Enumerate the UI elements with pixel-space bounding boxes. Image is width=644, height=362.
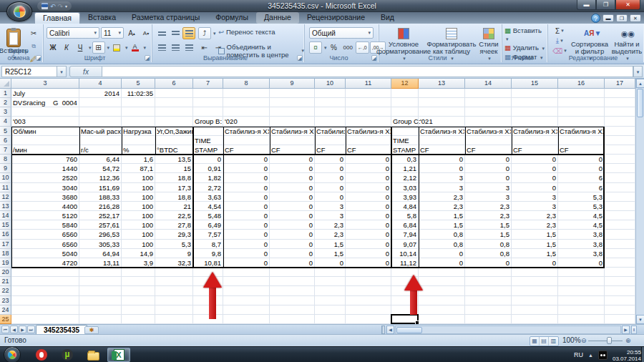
grid-cell[interactable]: 29,3 <box>155 230 193 239</box>
grid-cell[interactable] <box>465 89 512 98</box>
grid-cell[interactable]: 2,3 <box>315 220 346 230</box>
grid-cell[interactable]: '021 <box>419 117 465 126</box>
row-header[interactable]: 22 <box>0 286 11 295</box>
grid-cell[interactable] <box>11 268 79 277</box>
grid-cell[interactable] <box>605 268 635 277</box>
grid-cell[interactable]: Group C: <box>391 117 419 126</box>
grid-cell[interactable] <box>605 202 635 211</box>
grid-cell[interactable] <box>122 136 155 145</box>
grid-cell[interactable] <box>419 136 465 145</box>
row-header[interactable]: 10 <box>0 173 11 182</box>
grid-cell[interactable] <box>605 315 635 324</box>
ribbon-tab-1[interactable]: Вставка <box>80 12 124 24</box>
last-sheet-button[interactable]: ⏭ <box>27 326 35 333</box>
grid-cell[interactable]: 3680 <box>11 192 79 202</box>
grid-cell[interactable] <box>512 277 558 286</box>
grid-cell[interactable]: 2,3 <box>465 202 512 211</box>
grid-cell[interactable]: 2014 <box>79 89 122 98</box>
grid-cell[interactable]: 0 <box>270 230 315 239</box>
tray-app-icon[interactable] <box>598 351 608 360</box>
insert-worksheet-tab[interactable]: ✱ <box>84 326 99 334</box>
grid-cell[interactable]: 0 <box>270 164 315 173</box>
row-header[interactable]: 11 <box>0 183 11 192</box>
page-break-view-button[interactable]: ▥ <box>549 337 558 346</box>
name-box[interactable]: R25C12 <box>1 66 57 77</box>
shrink-font-button[interactable]: A▾ <box>140 27 152 39</box>
grid-cell[interactable]: 0 <box>512 155 558 164</box>
row-header[interactable]: 5 <box>0 127 11 136</box>
scrollbar-resize-grip[interactable]: ‖ <box>631 326 637 334</box>
grid-cell[interactable] <box>419 315 465 324</box>
sheet-tab[interactable]: 345235435 <box>36 325 87 334</box>
grid-cell[interactable] <box>223 136 270 145</box>
alignment-dialog-launcher[interactable]: ◢ <box>297 55 303 61</box>
grid-cell[interactable]: 18,8 <box>155 173 193 182</box>
grid-cell[interactable] <box>155 315 193 324</box>
grid-cell[interactable]: 0 <box>346 192 391 202</box>
grid-cell[interactable]: 0 <box>315 183 346 192</box>
grid-cell[interactable]: 100 <box>122 211 155 220</box>
grid-cell[interactable] <box>391 98 419 107</box>
grid-cell[interactable]: 0 <box>512 183 558 192</box>
grid-cell[interactable] <box>270 268 315 277</box>
bold-button[interactable]: Ж <box>47 41 59 54</box>
increase-decimal-button[interactable]: ←,0 <box>356 41 369 54</box>
close-button[interactable]: ✕ <box>615 0 640 10</box>
grid-cell[interactable] <box>465 277 512 286</box>
next-sheet-button[interactable]: ▶ <box>19 326 26 333</box>
scroll-down-button[interactable]: ▼ <box>636 315 644 324</box>
column-header[interactable]: 3 <box>11 79 79 89</box>
zoom-out-button[interactable]: ⊖ <box>581 338 587 344</box>
row-header[interactable]: 1 <box>0 89 11 98</box>
grid-cell[interactable]: 5,3 <box>155 240 193 249</box>
grid-cell[interactable] <box>270 117 315 126</box>
grid-cell[interactable]: Стабилиз-я XX <box>512 127 558 136</box>
taskbar-explorer[interactable] <box>82 348 104 362</box>
grid-cell[interactable] <box>419 296 465 305</box>
grid-cell[interactable] <box>193 127 223 136</box>
grid-cell[interactable] <box>270 136 315 145</box>
column-header[interactable]: 10 <box>315 79 346 89</box>
grid-cell[interactable]: 18,8 <box>155 192 193 202</box>
ribbon-tab-2[interactable]: Разметка страницы <box>124 12 208 24</box>
column-header[interactable]: 9 <box>270 79 315 89</box>
column-header[interactable]: 6 <box>155 79 193 89</box>
row-header[interactable]: 12 <box>0 192 11 202</box>
grid-cell[interactable]: 3 <box>512 202 558 211</box>
column-header[interactable]: 16 <box>558 79 605 89</box>
font-color-button[interactable]: А <box>129 41 142 54</box>
grid-cell[interactable]: TIME <box>193 136 223 145</box>
grid-cell[interactable]: 3,8 <box>558 249 605 258</box>
insert-cells-button[interactable]: ▦ Вставить ▾ <box>504 26 547 42</box>
grid-cell[interactable]: 100 <box>122 240 155 249</box>
grid-cell[interactable] <box>419 305 465 315</box>
orientation-button[interactable]: ⤴ <box>198 27 211 39</box>
grid-cell[interactable]: 0 <box>270 220 315 230</box>
grid-cell[interactable] <box>79 315 122 324</box>
column-header[interactable]: 5 <box>122 79 155 89</box>
grid-cell[interactable] <box>512 315 558 324</box>
grid-cell[interactable]: 4,5 <box>558 220 605 230</box>
accounting-format-button[interactable]: ¤ <box>309 41 322 54</box>
grid-cell[interactable]: 100 <box>122 230 155 239</box>
grid-cell[interactable] <box>315 296 346 305</box>
grid-cell[interactable] <box>512 107 558 117</box>
grid-cell[interactable] <box>193 98 223 107</box>
scroll-up-button[interactable]: ▲ <box>636 79 644 88</box>
horizontal-scroll-thumb[interactable] <box>396 327 422 333</box>
grid-cell[interactable] <box>155 107 193 117</box>
grid-cell[interactable] <box>391 107 419 117</box>
grid-cell[interactable]: 1,6 <box>122 155 155 164</box>
grid-cell[interactable]: 0 <box>346 240 391 249</box>
grid-cell[interactable]: 13,5 <box>155 155 193 164</box>
grid-cell[interactable]: 0,8 <box>465 240 512 249</box>
grid-cell[interactable]: 0 <box>223 220 270 230</box>
grid-cell[interactable] <box>11 286 79 295</box>
grid-cell[interactable]: 0,3 <box>391 155 419 164</box>
grid-cell[interactable] <box>419 268 465 277</box>
fill-color-button[interactable] <box>110 41 123 54</box>
grid-cell[interactable] <box>391 127 419 136</box>
row-header[interactable]: 20 <box>0 268 11 277</box>
grid-cell[interactable] <box>558 98 605 107</box>
grid-cell[interactable]: 0 <box>223 192 270 202</box>
